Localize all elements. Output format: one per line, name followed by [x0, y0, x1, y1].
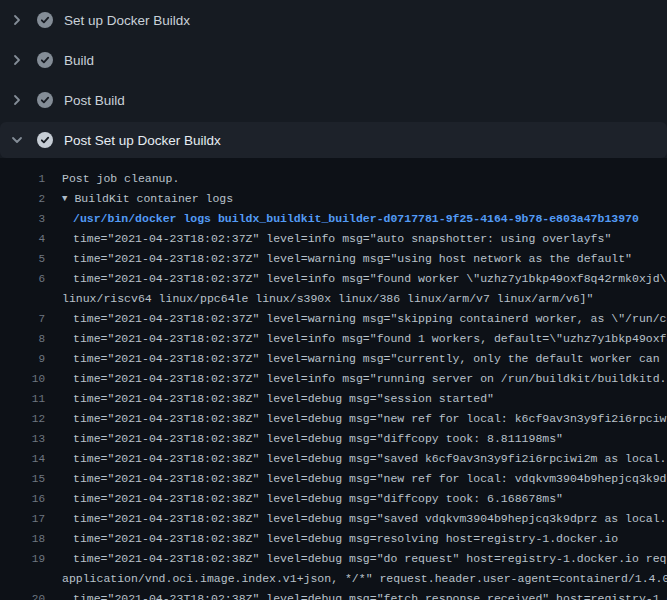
line-number[interactable]: 1 [0, 169, 45, 189]
step-row-post-build[interactable]: Post Build [0, 80, 667, 120]
step-title: Post Build [64, 93, 125, 108]
log-line: 11time="2021-04-23T18:02:38Z" level=debu… [0, 389, 667, 409]
line-number[interactable]: 4 [0, 229, 45, 249]
triangle-down-icon[interactable]: ▼ [62, 189, 67, 209]
line-number[interactable]: 9 [0, 349, 45, 369]
check-circle-icon [37, 52, 53, 68]
log-line: 6time="2021-04-23T18:02:37Z" level=info … [0, 269, 667, 289]
check-circle-icon [37, 92, 53, 108]
log-line: 13time="2021-04-23T18:02:38Z" level=debu… [0, 429, 667, 449]
line-number [0, 569, 45, 589]
line-text: time="2021-04-23T18:02:38Z" level=debug … [62, 469, 667, 489]
steps-panel: Set up Docker BuildxBuildPost BuildPost … [0, 0, 667, 158]
line-number[interactable]: 2 [0, 189, 45, 209]
step-row-post-set-up-docker-buildx[interactable]: Post Set up Docker Buildx [0, 122, 667, 158]
step-title: Set up Docker Buildx [64, 13, 190, 28]
log-line: 10time="2021-04-23T18:02:37Z" level=info… [0, 369, 667, 389]
step-row-set-up-docker-buildx[interactable]: Set up Docker Buildx [0, 0, 667, 40]
log-line: 14time="2021-04-23T18:02:38Z" level=debu… [0, 449, 667, 469]
log-line: 9time="2021-04-23T18:02:37Z" level=warni… [0, 349, 667, 369]
log-line: 12time="2021-04-23T18:02:38Z" level=debu… [0, 409, 667, 429]
log-line: 15time="2021-04-23T18:02:38Z" level=debu… [0, 469, 667, 489]
line-text: time="2021-04-23T18:02:38Z" level=debug … [62, 449, 667, 469]
line-number[interactable]: 16 [0, 489, 45, 509]
line-number[interactable]: 11 [0, 389, 45, 409]
line-text: time="2021-04-23T18:02:37Z" level=warnin… [62, 249, 632, 269]
line-text: time="2021-04-23T18:02:38Z" level=debug … [62, 549, 667, 569]
line-text[interactable]: ▼BuildKit container logs [62, 189, 233, 209]
line-text: time="2021-04-23T18:02:38Z" level=debug … [62, 489, 563, 509]
log-line: 5time="2021-04-23T18:02:37Z" level=warni… [0, 249, 667, 269]
line-number[interactable]: 7 [0, 309, 45, 329]
log-line: 19time="2021-04-23T18:02:38Z" level=debu… [0, 549, 667, 569]
log-line: 16time="2021-04-23T18:02:38Z" level=debu… [0, 489, 667, 509]
group-label: BuildKit container logs [74, 192, 233, 205]
line-number[interactable]: 3 [0, 209, 45, 229]
step-title: Post Set up Docker Buildx [64, 133, 221, 148]
line-text: time="2021-04-23T18:02:38Z" level=debug … [62, 389, 494, 409]
line-number[interactable]: 14 [0, 449, 45, 469]
log-line: 8time="2021-04-23T18:02:37Z" level=info … [0, 329, 667, 349]
command-line-text: /usr/bin/docker logs buildx_buildkit_bui… [62, 209, 639, 229]
line-number[interactable]: 10 [0, 369, 45, 389]
log-line: 20time="2021-04-23T18:02:38Z" level=debu… [0, 589, 667, 600]
line-text: linux/riscv64 linux/ppc64le linux/s390x … [62, 289, 593, 309]
line-text: time="2021-04-23T18:02:38Z" level=debug … [62, 589, 667, 600]
log-line-continuation: linux/riscv64 linux/ppc64le linux/s390x … [0, 289, 667, 309]
log-line: 17time="2021-04-23T18:02:38Z" level=debu… [0, 509, 667, 529]
line-number[interactable]: 6 [0, 269, 45, 289]
line-number[interactable]: 19 [0, 549, 45, 569]
log-line-continuation: application/vnd.oci.image.index.v1+json,… [0, 569, 667, 589]
log-area: 1Post job cleanup.2▼BuildKit container l… [0, 158, 667, 600]
line-text: time="2021-04-23T18:02:37Z" level=info m… [62, 269, 667, 289]
line-text: time="2021-04-23T18:02:37Z" level=info m… [62, 229, 611, 249]
line-text: time="2021-04-23T18:02:37Z" level=info m… [62, 329, 667, 349]
line-text: time="2021-04-23T18:02:38Z" level=debug … [62, 429, 563, 449]
step-title: Build [64, 53, 94, 68]
line-text: time="2021-04-23T18:02:38Z" level=debug … [62, 409, 667, 429]
line-number[interactable]: 8 [0, 329, 45, 349]
line-number[interactable]: 17 [0, 509, 45, 529]
check-circle-icon [37, 12, 53, 28]
line-text: time="2021-04-23T18:02:38Z" level=debug … [62, 509, 667, 529]
line-number[interactable]: 13 [0, 429, 45, 449]
chevron-right-icon[interactable] [9, 12, 25, 28]
log-line: 2▼BuildKit container logs [0, 189, 667, 209]
chevron-right-icon[interactable] [9, 92, 25, 108]
line-text: time="2021-04-23T18:02:37Z" level=info m… [62, 369, 667, 389]
line-text: application/vnd.oci.image.index.v1+json,… [62, 569, 667, 589]
line-number[interactable]: 12 [0, 409, 45, 429]
check-circle-icon [37, 132, 53, 148]
line-number[interactable]: 18 [0, 529, 45, 549]
line-text: time="2021-04-23T18:02:38Z" level=debug … [62, 529, 618, 549]
line-number[interactable]: 15 [0, 469, 45, 489]
log-line: 3/usr/bin/docker logs buildx_buildkit_bu… [0, 209, 667, 229]
line-text: time="2021-04-23T18:02:37Z" level=warnin… [62, 349, 667, 369]
line-text: Post job cleanup. [62, 169, 179, 189]
chevron-down-icon[interactable] [9, 132, 25, 148]
line-number [0, 289, 45, 309]
step-row-build[interactable]: Build [0, 40, 667, 80]
log-line: 18time="2021-04-23T18:02:38Z" level=debu… [0, 529, 667, 549]
log-line: 4time="2021-04-23T18:02:37Z" level=info … [0, 229, 667, 249]
log-line: 1Post job cleanup. [0, 169, 667, 189]
chevron-right-icon[interactable] [9, 52, 25, 68]
line-number[interactable]: 20 [0, 589, 45, 600]
log-line: 7time="2021-04-23T18:02:37Z" level=warni… [0, 309, 667, 329]
line-text: time="2021-04-23T18:02:37Z" level=warnin… [62, 309, 667, 329]
line-number[interactable]: 5 [0, 249, 45, 269]
